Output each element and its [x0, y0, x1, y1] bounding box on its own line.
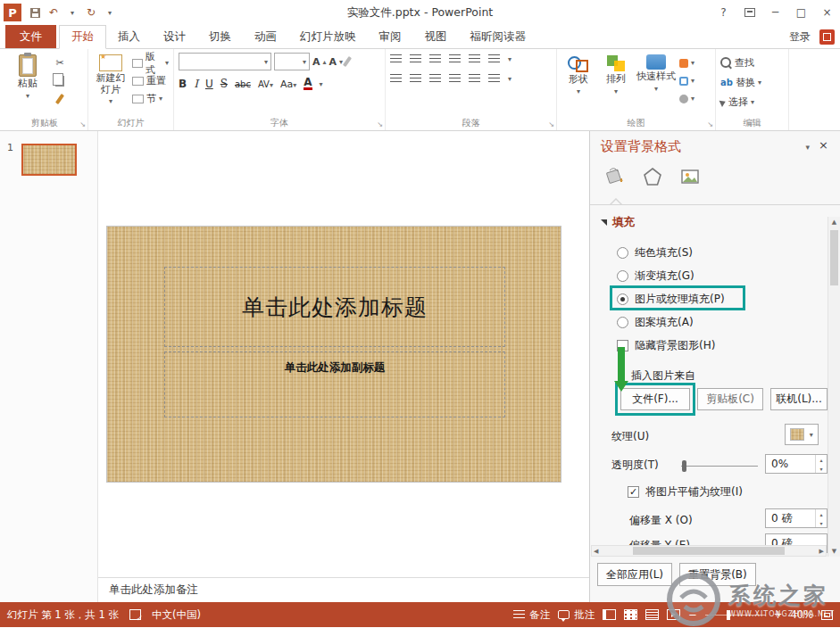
paste-dropdown-icon[interactable]: ▾ — [26, 92, 29, 100]
font-color-button[interactable]: A — [304, 78, 312, 90]
section-button[interactable]: 节▾ — [132, 91, 169, 106]
tab-view[interactable]: 视图 — [413, 25, 459, 48]
tab-slideshow[interactable]: 幻灯片放映 — [288, 25, 368, 48]
new-slide-button[interactable]: 新建幻灯片 ▾ — [93, 53, 129, 117]
zoom-out-icon[interactable]: − — [688, 608, 697, 621]
increase-indent-icon[interactable] — [449, 54, 461, 64]
strikethrough-button[interactable]: S — [220, 78, 228, 90]
option-picture-fill[interactable]: 图片或纹理填充(P) — [617, 292, 725, 306]
apply-all-button[interactable]: 全部应用(L) — [597, 563, 672, 586]
grow-font-button[interactable]: A▴ — [312, 54, 327, 70]
shape-outline-button[interactable]: ▾ — [679, 73, 694, 88]
fill-section-header[interactable]: 填充 — [601, 215, 635, 230]
spin-down-icon[interactable]: ▾ — [819, 520, 822, 526]
notes-pane[interactable]: 单击此处添加备注 — [98, 577, 589, 602]
undo-dropdown-icon[interactable]: ▾ — [64, 4, 80, 21]
pane-options-dropdown-icon[interactable]: ▾ — [805, 143, 810, 152]
cut-icon[interactable]: ✂ — [53, 56, 67, 70]
save-icon[interactable] — [27, 4, 43, 21]
find-button[interactable]: 查找 — [720, 55, 761, 70]
shrink-font-button[interactable]: A▾ — [329, 54, 344, 70]
arrange-button[interactable]: 排列 ▾ — [599, 53, 633, 117]
shape-fill-button[interactable]: ▾ — [679, 55, 694, 70]
option-tile-picture[interactable]: ✓ 将图片平铺为纹理(I) — [628, 484, 743, 499]
underline-button[interactable]: U — [205, 78, 213, 90]
tab-insert[interactable]: 插入 — [106, 25, 152, 48]
option-pattern-fill[interactable]: 图案填充(A) — [617, 315, 694, 329]
slide[interactable]: 单击此处添加标题 单击此处添加副标题 — [107, 227, 561, 482]
font-size-combobox[interactable]: ▾ — [274, 53, 310, 70]
character-spacing-button[interactable]: AV▾ — [258, 79, 273, 89]
numbering-icon[interactable] — [410, 54, 421, 64]
align-left-icon[interactable] — [390, 74, 402, 84]
shapes-button[interactable]: 形状 ▾ — [561, 53, 595, 117]
text-direction-icon[interactable] — [488, 54, 500, 64]
drawing-dialog-launcher-icon[interactable]: ↘ — [707, 120, 713, 128]
offset-x-spinner[interactable]: 0 磅 ▴▾ — [765, 508, 828, 528]
pane-horizontal-scrollbar[interactable]: ◀ ▶ — [591, 545, 827, 557]
transparency-spinner[interactable]: 0% ▴▾ — [765, 454, 828, 474]
tab-animations[interactable]: 动画 — [243, 25, 288, 48]
tab-review[interactable]: 审阅 — [368, 25, 413, 48]
copy-icon[interactable] — [53, 74, 67, 88]
horizontal-scroll-thumb[interactable] — [633, 547, 785, 555]
language-indicator[interactable]: 中文(中国) — [152, 608, 201, 622]
transparency-slider-handle[interactable] — [682, 460, 686, 472]
slideshow-view-icon[interactable] — [667, 609, 680, 620]
zoom-in-icon[interactable]: + — [774, 608, 783, 621]
fill-bucket-icon[interactable] — [603, 165, 626, 191]
spin-up-icon[interactable]: ▴ — [819, 511, 822, 517]
text-shadow-button[interactable]: abc — [235, 79, 251, 89]
tab-transitions[interactable]: 切换 — [197, 25, 243, 48]
scroll-down-icon[interactable]: ▼ — [828, 548, 840, 555]
transparency-slider-track[interactable] — [681, 466, 758, 467]
justify-icon[interactable] — [449, 74, 461, 84]
clear-formatting-button[interactable] — [345, 54, 349, 70]
maximize-icon[interactable]: □ — [788, 0, 814, 25]
scroll-left-icon[interactable]: ◀ — [594, 548, 598, 555]
replace-button[interactable]: ab替换▾ — [720, 75, 761, 90]
tab-design[interactable]: 设计 — [152, 25, 197, 48]
spin-down-icon[interactable]: ▾ — [819, 466, 822, 472]
subtitle-placeholder[interactable]: 单击此处添加副标题 — [164, 351, 505, 417]
font-name-combobox[interactable]: ▾ — [179, 53, 271, 70]
spell-check-icon[interactable] — [129, 609, 141, 620]
plugin-badge-icon[interactable] — [819, 29, 835, 45]
paragraph-dialog-launcher-icon[interactable]: ↘ — [548, 120, 554, 128]
sign-in-link[interactable]: 登录 — [789, 29, 811, 45]
zoom-slider-track[interactable] — [705, 615, 766, 616]
file-button[interactable]: 文件(F)... — [620, 388, 690, 410]
slide-canvas[interactable]: 单击此处添加标题 单击此处添加副标题 — [98, 131, 589, 577]
scroll-up-icon[interactable]: ▲ — [828, 219, 840, 226]
zoom-slider-handle[interactable] — [727, 610, 730, 620]
option-gradient-fill[interactable]: 渐变填充(G) — [617, 269, 694, 283]
line-spacing-icon[interactable] — [469, 54, 480, 64]
spin-up-icon[interactable]: ▴ — [819, 457, 822, 463]
align-right-icon[interactable] — [429, 74, 441, 84]
slide-sorter-view-icon[interactable] — [624, 609, 637, 620]
comments-toggle[interactable]: 批注 — [558, 608, 595, 622]
format-painter-icon[interactable] — [53, 92, 67, 106]
decrease-indent-icon[interactable] — [429, 54, 441, 64]
align-text-icon[interactable] — [488, 74, 500, 84]
bold-button[interactable]: B — [179, 78, 187, 90]
tab-home[interactable]: 开始 — [59, 25, 106, 49]
tab-file[interactable]: 文件 — [5, 25, 56, 48]
texture-dropdown-button[interactable]: ▾ — [785, 424, 819, 445]
pane-close-icon[interactable]: × — [819, 138, 828, 152]
offset-x-spin-arrows[interactable]: ▴▾ — [815, 509, 827, 527]
vertical-scroll-thumb[interactable] — [830, 230, 838, 285]
paragraph-dropdown-icon[interactable]: ▾ — [508, 55, 511, 63]
smartart-dropdown-icon[interactable]: ▾ — [508, 75, 511, 83]
clipboard-dialog-launcher-icon[interactable]: ↘ — [79, 120, 86, 128]
transparency-spin-arrows[interactable]: ▴▾ — [815, 455, 827, 473]
clipboard-button[interactable]: 剪贴板(C) — [697, 388, 763, 410]
ribbon-display-options-icon[interactable] — [736, 0, 762, 25]
paste-button[interactable]: 粘贴 ▾ — [6, 53, 49, 117]
scroll-right-icon[interactable]: ▶ — [819, 548, 824, 555]
select-button[interactable]: 选择▾ — [720, 95, 761, 110]
checkbox-hide-background[interactable] — [617, 340, 628, 351]
change-case-button[interactable]: Aa▾ — [280, 78, 296, 90]
zoom-percentage[interactable]: 40% — [790, 608, 813, 621]
title-placeholder[interactable]: 单击此处添加标题 — [164, 267, 505, 347]
